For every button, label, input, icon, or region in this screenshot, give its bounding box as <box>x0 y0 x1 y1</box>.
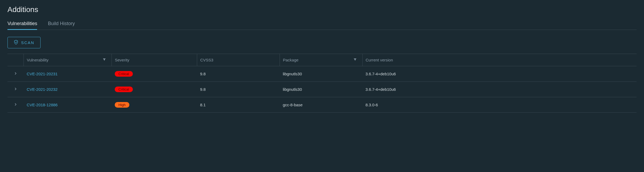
tabs: Vulnerabilities Build History <box>7 19 637 30</box>
filter-icon[interactable] <box>102 58 106 62</box>
cvss3-value: 9.8 <box>197 82 280 97</box>
col-header-vulnerability: Vulnerability <box>23 54 112 66</box>
package-value: libgnutls30 <box>280 82 362 97</box>
table-row: CVE-2021-20232 Critical 9.8 libgnutls30 … <box>7 82 637 97</box>
col-header-package: Package <box>280 54 362 66</box>
severity-badge: High <box>115 102 129 108</box>
col-header-expand <box>7 54 23 66</box>
table-body: CVE-2021-20231 Critical 9.8 libgnutls30 … <box>7 66 637 113</box>
severity-badge: Critical <box>115 87 133 92</box>
vulnerabilities-table: Vulnerability Severity CVSS3 <box>7 54 637 113</box>
col-header-severity: Severity <box>112 54 197 66</box>
vulnerability-link[interactable]: CVE-2018-12886 <box>27 103 58 107</box>
expand-button[interactable] <box>13 101 18 108</box>
tab-build-history[interactable]: Build History <box>48 19 75 30</box>
vulnerability-link[interactable]: CVE-2021-20231 <box>27 72 58 76</box>
col-header-severity-label: Severity <box>115 58 129 62</box>
toolbar: SCAN <box>7 37 637 48</box>
shield-check-icon <box>14 40 18 45</box>
severity-badge: Critical <box>115 71 133 77</box>
tab-vulnerabilities[interactable]: Vulnerabilities <box>7 19 37 30</box>
chevron-right-icon <box>14 103 17 107</box>
table-row: CVE-2021-20231 Critical 9.8 libgnutls30 … <box>7 66 637 82</box>
version-value: 3.6.7-4+deb10u6 <box>362 66 637 82</box>
col-header-current-version-label: Current version <box>366 58 393 62</box>
col-header-cvss3: CVSS3 <box>197 54 280 66</box>
table-row: CVE-2018-12886 High 8.1 gcc-8-base 8.3.0… <box>7 97 637 113</box>
cvss3-value: 8.1 <box>197 97 280 113</box>
page-title: Additions <box>7 5 637 14</box>
version-value: 8.3.0-6 <box>362 97 637 113</box>
col-header-package-label: Package <box>283 58 299 62</box>
cvss3-value: 9.8 <box>197 66 280 82</box>
expand-button[interactable] <box>13 86 18 93</box>
expand-button[interactable] <box>13 71 18 77</box>
col-header-cvss3-label: CVSS3 <box>200 58 213 62</box>
package-value: gcc-8-base <box>280 97 362 113</box>
col-header-vulnerability-label: Vulnerability <box>27 58 49 62</box>
scan-button-label: SCAN <box>21 40 34 45</box>
filter-icon[interactable] <box>353 58 357 62</box>
col-header-current-version: Current version <box>362 54 637 66</box>
vulnerability-link[interactable]: CVE-2021-20232 <box>27 87 58 92</box>
package-value: libgnutls30 <box>280 66 362 82</box>
version-value: 3.6.7-4+deb10u6 <box>362 82 637 97</box>
chevron-right-icon <box>14 72 17 76</box>
scan-button[interactable]: SCAN <box>7 37 41 48</box>
chevron-right-icon <box>14 88 17 92</box>
